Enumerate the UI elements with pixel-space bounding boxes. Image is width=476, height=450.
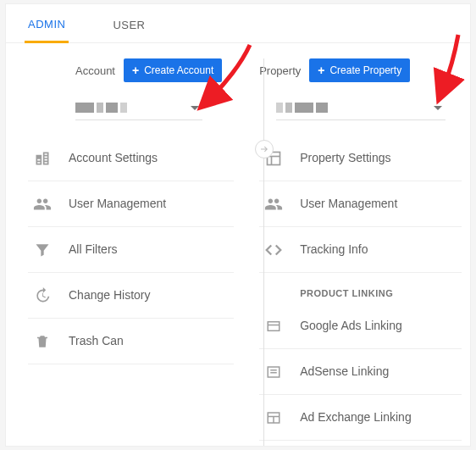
tabs: ADMIN USER bbox=[6, 4, 470, 43]
ad-exchange-linking-item[interactable]: Ad Exchange Linking bbox=[259, 395, 462, 441]
create-account-label: Create Account bbox=[144, 64, 213, 76]
all-filters-label: All Filters bbox=[69, 242, 187, 258]
tab-admin[interactable]: ADMIN bbox=[25, 4, 69, 43]
building-icon bbox=[28, 150, 57, 167]
account-name-redacted bbox=[75, 103, 127, 113]
column-property: Property + Create Property Property Sett… bbox=[242, 58, 462, 441]
account-user-management-item[interactable]: User Management bbox=[28, 181, 234, 227]
svg-rect-3 bbox=[268, 321, 280, 331]
account-settings-label: Account Settings bbox=[69, 151, 187, 166]
account-settings-item[interactable]: Account Settings bbox=[28, 136, 234, 181]
property-column-label: Property bbox=[259, 64, 301, 77]
chevron-down-icon bbox=[191, 106, 199, 110]
history-icon bbox=[28, 287, 57, 304]
ad-exchange-linking-label: Ad Exchange Linking bbox=[300, 410, 418, 425]
plus-icon: + bbox=[318, 64, 324, 76]
all-filters-item[interactable]: All Filters bbox=[28, 227, 234, 273]
account-dropdown[interactable] bbox=[75, 97, 202, 120]
admin-panel: ADMIN USER Account + Create Account bbox=[5, 3, 471, 447]
create-property-label: Create Property bbox=[329, 64, 401, 76]
google-ads-linking-label: Google Ads Linking bbox=[300, 319, 418, 334]
property-user-management-label: User Management bbox=[300, 197, 418, 212]
google-ads-linking-item[interactable]: Google Ads Linking bbox=[259, 303, 462, 349]
link-arrow-icon bbox=[255, 140, 274, 158]
change-history-label: Change History bbox=[69, 288, 187, 303]
tab-user[interactable]: USER bbox=[109, 5, 148, 42]
account-column-label: Account bbox=[75, 64, 115, 77]
property-name-redacted bbox=[276, 103, 328, 113]
column-divider bbox=[263, 58, 264, 446]
trash-can-item[interactable]: Trash Can bbox=[28, 319, 234, 364]
property-settings-label: Property Settings bbox=[300, 151, 418, 166]
account-user-management-label: User Management bbox=[69, 197, 187, 212]
adsense-linking-item[interactable]: AdSense Linking bbox=[259, 349, 462, 395]
change-history-item[interactable]: Change History bbox=[28, 273, 234, 319]
column-account: Account + Create Account Account Setting… bbox=[14, 58, 234, 441]
filter-icon bbox=[28, 242, 57, 258]
property-settings-item[interactable]: Property Settings bbox=[259, 136, 462, 181]
plus-icon: + bbox=[132, 64, 139, 76]
chevron-down-icon bbox=[434, 106, 442, 110]
product-linking-heading: PRODUCT LINKING bbox=[259, 273, 462, 303]
trash-icon bbox=[28, 333, 57, 350]
columns: Account + Create Account Account Setting… bbox=[6, 43, 470, 441]
property-dropdown[interactable] bbox=[276, 97, 446, 120]
property-user-management-item[interactable]: User Management bbox=[259, 181, 462, 227]
create-property-button[interactable]: + Create Property bbox=[309, 58, 410, 82]
trash-can-label: Trash Can bbox=[69, 334, 187, 349]
create-account-button[interactable]: + Create Account bbox=[124, 58, 222, 82]
adsense-linking-label: AdSense Linking bbox=[300, 364, 418, 380]
tracking-info-item[interactable]: Tracking Info bbox=[259, 227, 462, 273]
tracking-info-label: Tracking Info bbox=[300, 242, 418, 258]
people-icon bbox=[28, 195, 57, 214]
